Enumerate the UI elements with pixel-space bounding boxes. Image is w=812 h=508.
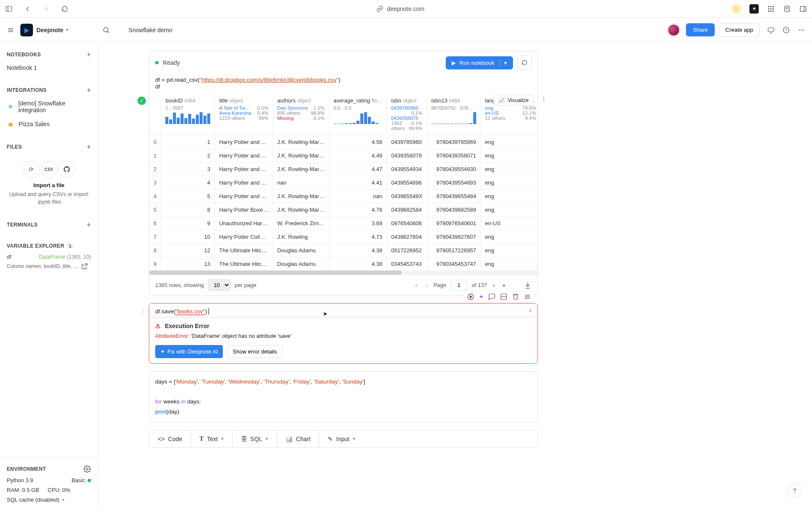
note-icon[interactable] (783, 5, 791, 13)
ext-icon-1[interactable] (732, 4, 741, 14)
add-integration-button[interactable]: + (87, 86, 91, 94)
github-icon (58, 161, 75, 178)
add-input-button[interactable]: ✎Input▾ (319, 431, 538, 447)
drag-handle-icon[interactable]: ⋮⋮ (140, 308, 152, 315)
menu-icon[interactable] (7, 26, 14, 34)
help-button[interactable]: ? (787, 483, 802, 498)
pizza-icon: ◉ (7, 120, 14, 128)
avatar[interactable] (667, 24, 680, 36)
gear-icon[interactable] (83, 465, 91, 473)
show-error-details-button[interactable]: Show error details (227, 345, 283, 358)
column-header[interactable]: average_ratingflo… (329, 93, 387, 105)
create-app-button[interactable]: Create app (719, 23, 760, 37)
add-code-button[interactable]: <>Code (149, 431, 191, 447)
ai-sparkle-icon[interactable]: ✦ (479, 293, 484, 300)
cell-menu-icon[interactable] (524, 293, 531, 301)
cell-toolbar: ✦ (463, 291, 535, 303)
fix-with-ai-button[interactable]: ✦Fix with Deepnote AI (155, 345, 223, 358)
table-row[interactable]: 45Harry Potter and …J.K. Rowling-Mar…nan… (149, 190, 538, 203)
share-button[interactable]: Share (686, 23, 715, 36)
table-row[interactable]: 913The Ultimate Hitc…Douglas Adams4.3803… (149, 257, 538, 271)
open-external-icon[interactable] (81, 262, 88, 270)
notebook-item[interactable]: Notebook 1 (0, 61, 98, 75)
more-icon[interactable] (798, 26, 805, 34)
delete-cell-icon[interactable] (512, 293, 519, 301)
comment-icon[interactable] (488, 293, 496, 301)
breadcrumb[interactable]: Snowflake demo (129, 27, 173, 33)
table-row[interactable]: 34Harry Potter and …nan4.410439554896978… (149, 176, 538, 190)
table-row[interactable]: 01Harry Potter and …J.K. Rowling-Mar…4.5… (149, 135, 538, 149)
svg-rect-0 (6, 6, 12, 11)
ext-icon-2[interactable]: ✴ (749, 4, 759, 14)
page-input[interactable] (450, 280, 467, 290)
code-editor[interactable]: days = ['Monday', 'Tuesday', 'Wednesday'… (149, 372, 538, 422)
files-dropzone[interactable]: ⟳ CSV Import a file Upload and query CSV… (0, 153, 98, 209)
chart-icon: 📈 (498, 97, 505, 103)
url-text[interactable]: deepnote.com (387, 6, 425, 12)
panel-left-icon[interactable] (5, 5, 13, 13)
svg-rect-21 (768, 28, 774, 31)
column-header[interactable]: isbnobject (387, 93, 427, 105)
svg-point-5 (768, 8, 769, 9)
last-page-button[interactable]: » (501, 282, 507, 288)
run-dropdown-icon[interactable]: ▾ (499, 60, 507, 66)
add-terminal-button[interactable]: + (87, 221, 91, 229)
column-summary: A Tale of Tw…0.5%Anna Karenina .0.4%1229… (215, 105, 273, 135)
column-header[interactable]: authorsobject (273, 93, 329, 105)
visualize-button[interactable]: 📈Visualize (494, 95, 533, 105)
history-icon[interactable] (782, 26, 790, 34)
run-notebook-button[interactable]: ▶ Run notebook ▾ (446, 56, 513, 69)
code-editor[interactable]: df.save("books.csv") 4 (149, 304, 538, 317)
variable-row[interactable]: df DataFrame (1365, 10) (0, 251, 98, 262)
table-row[interactable]: 12Harry Potter and …J.K. Rowling-Mar…4.4… (149, 149, 538, 163)
apps-icon[interactable] (767, 5, 775, 13)
search-icon[interactable] (102, 26, 110, 34)
error-title: Execution Error (165, 323, 209, 329)
play-icon: ▶ (452, 60, 456, 66)
hide-output-icon[interactable] (500, 293, 508, 301)
table-row[interactable]: 58Harry Potter Boxe…J.K. Rowling-Mar…4.7… (149, 203, 538, 217)
variable-explorer-header: VARIABLE EXPLORER1 (0, 243, 98, 249)
env-cache-toggle[interactable]: SQL cache (disabled)▾ (7, 497, 91, 503)
panel-right-icon[interactable] (799, 5, 807, 13)
table-row[interactable]: 69Unauthorized Har…W. Frederick Zim…3.69… (149, 217, 538, 230)
app-logo[interactable]: ▶ (20, 24, 33, 36)
code-cell-2-error[interactable]: ⋮⋮ ✦ ➤ df.save("books.csv") 4 ⚠Execution… (149, 303, 538, 364)
present-icon[interactable] (767, 26, 775, 34)
column-summary: 0.0 - 5.0 (329, 105, 387, 135)
integration-item-pizza[interactable]: ◉ Pizza Sales (0, 117, 98, 131)
forward-icon[interactable] (42, 5, 50, 13)
add-sql-button[interactable]: 🗄SQL▾ (233, 431, 277, 447)
reload-icon[interactable] (61, 5, 69, 13)
add-text-button[interactable]: TText▾ (191, 431, 233, 447)
run-cell-icon[interactable] (467, 293, 475, 301)
table-row[interactable]: 812The Ultimate Hitc…Douglas Adams4.3805… (149, 244, 538, 257)
chart-icon: 📊 (285, 436, 293, 442)
add-chart-button[interactable]: 📊Chart (277, 431, 319, 447)
rows-per-page-select[interactable]: 10 (208, 279, 230, 291)
column-header[interactable]: isbn13int64 (427, 93, 480, 105)
next-page-button[interactable]: › (491, 282, 496, 288)
code-cell-3[interactable]: days = ['Monday', 'Tuesday', 'Wednesday'… (149, 371, 538, 422)
table-row[interactable]: 23Harry Potter and …J.K. Rowling-Mar…4.4… (149, 163, 538, 176)
notebooks-header: NOTEBOOKS+ (0, 51, 98, 58)
column-header[interactable]: titleobject (215, 93, 273, 105)
environment-block: ENVIRONMENT Python 3.9Basic RAM: 0.5 GBC… (0, 457, 98, 508)
restart-kernel-button[interactable] (517, 55, 532, 70)
add-file-button[interactable]: + (87, 143, 91, 151)
prev-page-button[interactable]: ‹ (424, 282, 429, 288)
workspace-switcher[interactable]: Deepnote ▾ (36, 27, 69, 33)
integration-item-snowflake[interactable]: ❄ [demo] Snowflake integration (0, 97, 98, 117)
terminals-header: TERMINALS+ (0, 221, 98, 229)
back-icon[interactable] (24, 5, 31, 13)
code-cell-1[interactable]: Ready ▶ Run notebook ▾ df = pd.read_csv(… (149, 51, 538, 295)
horizontal-scrollbar[interactable] (149, 271, 538, 275)
dataframe-table[interactable]: bookIDint64titleobjectauthorsobjectavera… (149, 93, 538, 271)
download-button[interactable] (524, 282, 532, 289)
code-editor[interactable]: df = pd.read_csv("https://dl.dropbox.com… (149, 75, 538, 93)
add-notebook-button[interactable]: + (87, 51, 91, 58)
column-header[interactable]: bookIDint64 (161, 93, 215, 105)
column-summary: 1 - 3997 (161, 105, 215, 135)
table-row[interactable]: 710Harry Potter Coll…J.K. Rowling4.73043… (149, 230, 538, 244)
first-page-button[interactable]: « (413, 282, 420, 288)
